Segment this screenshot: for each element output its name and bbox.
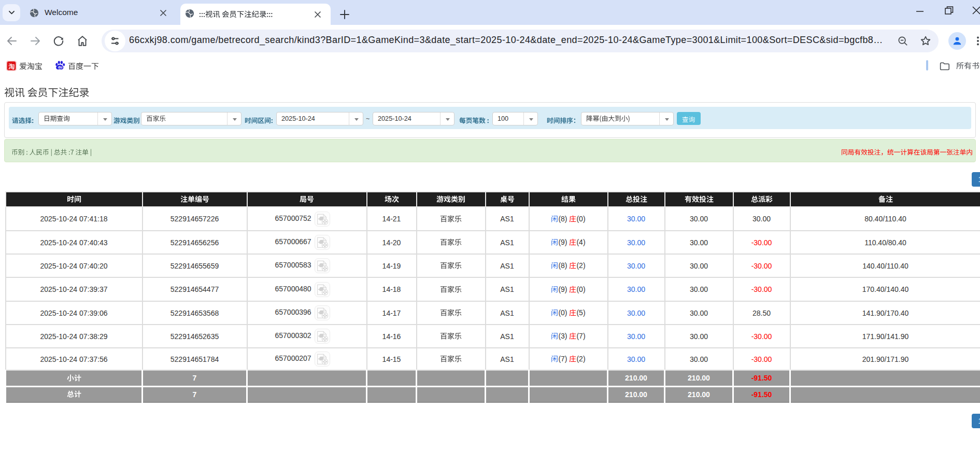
- svg-text:du: du: [58, 65, 62, 69]
